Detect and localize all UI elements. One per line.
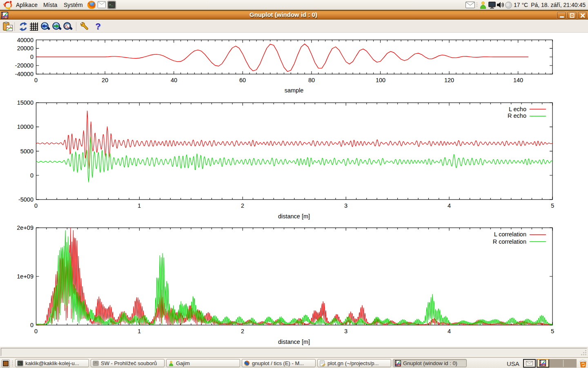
svg-text:0: 0 [34, 202, 38, 209]
svg-text:-5000: -5000 [18, 196, 33, 203]
svg-text:-20000: -20000 [15, 62, 33, 69]
svg-text:5: 5 [551, 202, 554, 209]
svg-text:0: 0 [30, 172, 33, 179]
svg-text:15000: 15000 [17, 99, 33, 106]
svg-text:3: 3 [344, 202, 347, 209]
svg-text:distance [m]: distance [m] [278, 339, 310, 345]
svg-text:60: 60 [239, 77, 246, 83]
svg-text:>_: >_ [109, 3, 113, 7]
svg-text:40: 40 [171, 77, 177, 83]
svg-text:80: 80 [308, 77, 315, 83]
svg-text:R echo: R echo [508, 112, 526, 119]
svg-text:0: 0 [34, 328, 38, 334]
svg-text:5000: 5000 [20, 148, 33, 155]
svg-text:>_: >_ [18, 361, 21, 364]
svg-text:120: 120 [444, 77, 454, 83]
svg-text:3: 3 [344, 328, 347, 334]
svg-text:0: 0 [30, 54, 33, 60]
svg-text:sample: sample [285, 87, 304, 94]
svg-text:L echo: L echo [509, 106, 526, 112]
svg-text:40000: 40000 [17, 37, 33, 43]
svg-text:1: 1 [138, 202, 141, 209]
svg-text:L correlation: L correlation [494, 231, 526, 238]
svg-text:-40000: -40000 [15, 71, 33, 77]
svg-text:2: 2 [241, 328, 244, 334]
svg-text:20: 20 [102, 77, 108, 83]
svg-text:4: 4 [448, 328, 451, 334]
svg-text:10000: 10000 [17, 123, 33, 130]
svg-text:R correlation: R correlation [493, 238, 526, 245]
svg-text:5: 5 [551, 328, 554, 334]
svg-text:140: 140 [513, 77, 523, 83]
svg-text:1: 1 [138, 328, 141, 334]
svg-text:0: 0 [30, 322, 33, 328]
svg-text:1e+09: 1e+09 [17, 273, 33, 280]
svg-text:2: 2 [241, 202, 244, 209]
svg-text:4: 4 [448, 202, 451, 209]
svg-text:100: 100 [376, 77, 385, 83]
svg-text:distance [m]: distance [m] [278, 213, 310, 220]
svg-text:0: 0 [34, 77, 38, 83]
svg-text:20000: 20000 [17, 45, 33, 52]
svg-text:2e+09: 2e+09 [17, 224, 33, 231]
